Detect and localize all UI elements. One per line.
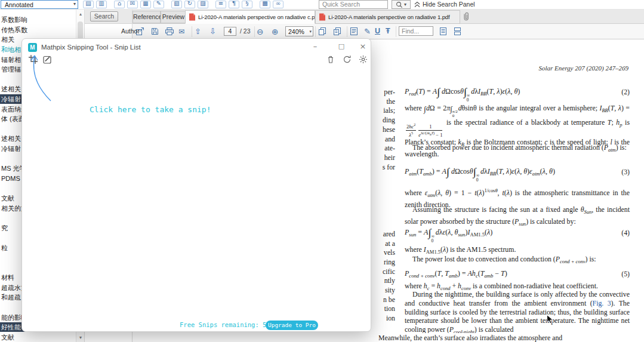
underline-tool[interactable]: U (375, 27, 380, 35)
app-window: Annotated ▾ ▤ ▥ ⌂ ✉ ▦ ✎ ▧ ↻ ▨ ≡ ¶ § ▩ ∞ … (0, 0, 644, 342)
sidebar-item[interactable]: 系数影响 (0, 15, 76, 24)
tab-preview[interactable]: Preview (161, 11, 186, 23)
pdf-right-column: Prad(T) = A∫ dΩcosθ∫∞0dλIBB(T, λ)ε(λ, θ)… (405, 39, 630, 342)
toolbar-icon-13[interactable]: ▩ (260, 1, 270, 8)
chevron-down-icon: ▾ (309, 29, 312, 34)
page-count-label: / 23 (240, 27, 251, 35)
highlight-tool[interactable]: ✎ (364, 27, 371, 36)
toolbar-divider (396, 26, 396, 37)
mathpix-logo-icon: M (28, 43, 37, 52)
top-toolbar: Annotated ▾ ▤ ▥ ⌂ ✉ ▦ ✎ ▧ ↻ ▨ ≡ ¶ § ▩ ∞ … (0, 0, 644, 10)
toolbar-icon-group: ▤ ▥ ⌂ ✉ ▦ ✎ ▧ ↻ ▨ ≡ ¶ § ▩ ∞ (83, 1, 286, 8)
doc-tab[interactable]: Li-2020-A materials perspective on radia… (315, 10, 460, 24)
zoom-in-button[interactable]: ⊕ (272, 27, 278, 36)
paragraph: The power lost due to convection and con… (405, 255, 630, 267)
zoom-level-label: 240% (288, 28, 304, 35)
pdf-bottom-line: Meanwhile, the earth’s surface also irra… (377, 333, 563, 342)
save-button[interactable] (150, 27, 159, 36)
attachment-icon[interactable] (462, 11, 470, 24)
equation-number: (2) (621, 88, 630, 97)
trash-icon (326, 55, 335, 64)
equation: Prad(T) = A∫ dΩcosθ∫∞0dλIBB(T, λ)ε(λ, θ)… (405, 86, 630, 102)
paragraph: The absorbed power due to incident atmos… (405, 143, 630, 155)
zoom-level-dropdown[interactable]: 240% ▾ (285, 26, 313, 36)
new-note-button[interactable] (42, 54, 53, 64)
snip-button[interactable] (27, 54, 38, 64)
toolbar-icon-6[interactable]: ✎ (153, 1, 164, 8)
hide-search-panel-button[interactable]: Hide Search Panel (414, 1, 475, 8)
quick-search-input[interactable]: Quick Search (319, 0, 388, 9)
crop-icon (29, 55, 38, 64)
equation: Pcond + conv(T, Tamb) = Ahc(Tamb − T) (5… (405, 268, 630, 279)
equation-number: (4) (621, 229, 630, 238)
settings-button[interactable] (358, 54, 368, 64)
scroll-up-icon[interactable]: ▴ (77, 11, 84, 17)
toolbar-icon-12[interactable]: § (242, 1, 252, 8)
maximize-button[interactable]: □ (336, 41, 347, 52)
sidebar-item[interactable]: 文献 (0, 332, 76, 342)
toolbar-icon-9[interactable]: ▨ (198, 1, 208, 8)
document-tab-bar: Reference Preview Li-2020-A materials pe… (133, 10, 644, 24)
toolbar-icon-8[interactable]: ↻ (184, 1, 195, 8)
equation-number: (3) (621, 168, 630, 177)
delete-button[interactable] (325, 54, 336, 64)
collapse-up-icon (414, 1, 420, 8)
search-options-button[interactable]: ▾ (392, 0, 411, 9)
equation: Patm(Tamb) = A∫ dΩcosθ∫∞0dλIBB(T, λ)ε(λ,… (405, 166, 630, 182)
toolbar-icon-14[interactable]: ∞ (273, 1, 284, 8)
search-panel-header: Search (85, 10, 133, 24)
zoom-out-button[interactable]: ⊖ (257, 27, 263, 36)
annotated-dropdown[interactable]: Annotated ▾ (1, 0, 78, 9)
refresh-icon (343, 55, 352, 64)
mathpix-window[interactable]: M Mathpix Snipping Tool - Snip List – □ … (21, 38, 371, 332)
single-page-view-button[interactable] (439, 27, 447, 36)
doc-tab-label: Li-2020-A materials perspective on radia… (198, 14, 315, 20)
toolbar-icon-11[interactable]: ¶ (229, 1, 239, 8)
window-title: Mathpix Snipping Tool - Snip List (41, 44, 141, 51)
toolbar-icon-3[interactable]: ⌂ (114, 1, 125, 8)
scroll-down-icon[interactable]: ▾ (77, 335, 84, 340)
find-input[interactable]: Find... (399, 26, 433, 36)
chevron-down-icon: ▾ (404, 2, 406, 7)
toolbar-icon-4[interactable]: ✉ (127, 1, 138, 8)
equation-number: (5) (621, 270, 630, 279)
page-up-button[interactable]: ⇧ (195, 27, 201, 36)
sidebar-item[interactable]: 传热系数 (0, 25, 76, 35)
toolbar-icon-10[interactable]: ≡ (215, 1, 226, 8)
print-button[interactable] (165, 27, 174, 36)
chevron-down-icon: ▾ (73, 1, 76, 7)
continuous-view-button[interactable] (454, 27, 461, 36)
toolbar-icon-5[interactable]: ▦ (140, 1, 151, 8)
page-down-button[interactable]: ⇩ (209, 27, 216, 36)
strikethrough-tool[interactable]: Ŧ (386, 27, 390, 35)
copy-annotated-page-button[interactable] (333, 27, 342, 36)
copy-page-button[interactable] (318, 27, 327, 36)
toolbar-divider (192, 26, 192, 37)
search-button[interactable]: Search (90, 11, 118, 21)
toolbar-icon-7[interactable]: ▧ (171, 1, 182, 8)
minimize-button[interactable]: – (310, 41, 321, 52)
search-icon (396, 1, 403, 8)
pdf-icon (319, 13, 326, 21)
paragraph: Assuming the structure is facing the sun… (405, 205, 630, 229)
author-label: Author (121, 27, 140, 35)
sync-button[interactable] (341, 54, 352, 64)
close-button[interactable]: × (358, 41, 368, 52)
email-button[interactable]: ✉ (178, 27, 184, 36)
gear-icon (359, 55, 368, 64)
upgrade-pro-button[interactable]: Upgrade to Pro (266, 321, 318, 330)
doc-tab-active[interactable]: Li-2020-A materials perspective on radia… (185, 10, 315, 24)
edit-icon (43, 55, 52, 64)
doc-tab-label: Li-2020-A materials perspective on radia… (328, 14, 450, 20)
page-number-input[interactable]: 4 (224, 27, 236, 36)
snip-hint-text: Click here to take a snip! (90, 105, 211, 114)
toolbar-divider (347, 26, 347, 37)
annotated-label: Annotated (5, 1, 33, 8)
toolbar-icon-1[interactable]: ▤ (83, 1, 94, 8)
toolbar-divider (315, 26, 316, 37)
text-select-tool[interactable] (350, 27, 358, 36)
pdf-toolbar: ✉ ⇧ ⇩ 4 / 23 ⊖ ⊕ 240% ▾ ✎ U Ŧ Find... (133, 24, 644, 39)
toolbar-icon-2[interactable]: ▥ (96, 1, 107, 8)
hide-search-panel-label: Hide Search Panel (423, 1, 475, 8)
tab-reference[interactable]: Reference (133, 11, 161, 23)
